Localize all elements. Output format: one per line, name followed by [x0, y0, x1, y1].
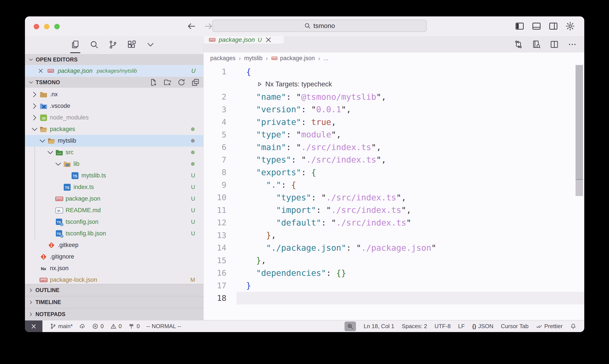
chevron-down-icon[interactable]	[54, 160, 63, 169]
statusbar-remote-indicator[interactable]	[25, 321, 42, 332]
refresh-icon[interactable]	[177, 78, 185, 86]
activity-files[interactable]	[70, 36, 81, 53]
back-arrow-icon[interactable]	[187, 22, 196, 31]
tree-item-.gitkeep[interactable]: .gitkeep	[25, 239, 203, 251]
git-icon	[39, 252, 48, 261]
section-timeline[interactable]: TIMELINE	[25, 296, 203, 308]
statusbar-zoom-indicator[interactable]	[345, 322, 356, 331]
code-line-13[interactable]: 13 },	[204, 229, 584, 242]
section-notepads[interactable]: NOTEPADS	[25, 308, 203, 320]
tree-item-package-lock.json[interactable]: npmpackage-lock.jsonM	[25, 274, 203, 284]
codelens-run-target[interactable]: Nx Targets: typecheck	[256, 80, 332, 88]
tree-item-index.ts[interactable]: TSindex.tsU	[25, 181, 203, 193]
code-line-2[interactable]: 2 "name": "@tsmono/mytslib",	[204, 91, 584, 103]
code-line-4[interactable]: 4 "private": true,	[204, 116, 584, 129]
tree-item-nx.json[interactable]: Nxnx.json	[25, 262, 203, 274]
tree-item-mytslib[interactable]: mytslib	[25, 135, 203, 147]
activity-extensions[interactable]	[126, 36, 137, 53]
statusbar-notifications[interactable]	[570, 323, 576, 329]
close-window-button[interactable]	[34, 24, 39, 29]
chevron-down-icon[interactable]	[38, 136, 47, 145]
chevron-right-icon[interactable]	[30, 90, 39, 99]
minimize-window-button[interactable]	[44, 24, 50, 29]
open-editors-header[interactable]: OPEN EDITORS	[25, 54, 203, 65]
code-line-16[interactable]: 16 "dependencies": {}	[204, 267, 584, 279]
collapse-all-icon[interactable]	[191, 78, 199, 86]
close-icon[interactable]	[38, 68, 44, 74]
code-line-1[interactable]: 1{	[204, 65, 584, 78]
code-line-18[interactable]: 18	[204, 292, 584, 304]
breadcrumb-item[interactable]: packages	[210, 55, 236, 62]
code-line-9[interactable]: 9 ".": {	[204, 179, 584, 191]
tree-item-.nx[interactable]: .nx	[25, 89, 203, 100]
new-folder-icon[interactable]	[163, 78, 171, 86]
activity-search[interactable]	[89, 36, 100, 53]
command-center-search[interactable]: tsmono	[212, 20, 427, 32]
layout-sidebar-left-icon[interactable]	[515, 21, 525, 31]
statusbar-cursor-tab[interactable]: Cursor Tab	[501, 323, 529, 330]
code-line-6[interactable]: 6 "main": "./src/index.ts",	[204, 141, 584, 154]
tab-package.json[interactable]: npmpackage.jsonU	[204, 36, 284, 43]
statusbar-indentation[interactable]: Spaces: 2	[402, 323, 427, 330]
code-line-15[interactable]: 15 },	[204, 254, 584, 267]
new-file-icon[interactable]	[149, 78, 157, 86]
code-editor[interactable]: 1{Nx Targets: typecheck2 "name": "@tsmon…	[204, 64, 584, 320]
tree-item-packages[interactable]: packages	[25, 123, 203, 135]
code-line-17[interactable]: 17}	[204, 279, 584, 292]
statusbar-git-branch[interactable]: main*	[50, 323, 73, 330]
tree-item-node_modules[interactable]: JSnode_modules	[25, 112, 203, 123]
tree-item-mytslib.ts[interactable]: TSmytslib.tsU	[25, 170, 203, 181]
breadcrumb-item[interactable]: mytslib	[244, 55, 262, 62]
statusbar-eol[interactable]: LF	[458, 323, 465, 330]
section-outline[interactable]: OUTLINE	[25, 284, 203, 296]
statusbar-encoding[interactable]: UTF-8	[434, 323, 451, 330]
statusbar-ports[interactable]: 0	[128, 323, 140, 330]
split-editor-icon[interactable]	[550, 40, 559, 49]
statusbar-formatter[interactable]: Prettier	[536, 323, 563, 330]
code-line-5[interactable]: 5 "type": "module",	[204, 129, 584, 141]
statusbar-warnings[interactable]: 0	[110, 323, 122, 330]
statusbar-vim-mode[interactable]: -- NORMAL --	[146, 323, 181, 330]
compare-changes-icon[interactable]	[514, 40, 523, 49]
activity-chevron-down[interactable]	[145, 36, 156, 53]
code-line-7[interactable]: 7 "types": "./src/index.ts",	[204, 154, 584, 166]
close-icon[interactable]	[265, 36, 272, 43]
explorer-section-header[interactable]: TSMONO	[25, 77, 203, 88]
statusbar-publish[interactable]	[79, 323, 86, 329]
statusbar-errors[interactable]: 0	[92, 323, 104, 330]
tree-item-lib[interactable]: lib	[25, 158, 203, 170]
tree-item-tsconfig.json[interactable]: TStsconfig.jsonU	[25, 216, 203, 228]
breadcrumb-item[interactable]: npmpackage.json	[271, 55, 315, 62]
layout-sidebar-right-icon[interactable]	[548, 21, 558, 31]
code-line-14[interactable]: 14 "./package.json": "./package.json"	[204, 242, 584, 254]
code-line-12[interactable]: 12 "default": "./src/index.ts"	[204, 216, 584, 229]
gear-icon[interactable]	[565, 21, 575, 31]
statusbar-cursor-position[interactable]: Ln 18, Col 1	[364, 323, 394, 330]
more-actions-icon[interactable]	[568, 40, 577, 49]
zoom-window-button[interactable]	[54, 24, 60, 29]
line-content: "type": "module",	[236, 129, 584, 141]
chevron-right-icon[interactable]	[30, 113, 39, 122]
tree-item-.gitignore[interactable]: .gitignore	[25, 251, 203, 262]
chevron-down-icon[interactable]	[30, 125, 39, 134]
forward-arrow-icon[interactable]	[204, 22, 213, 31]
activity-source-control[interactable]	[107, 36, 118, 53]
tree-item-tsconfig.lib.json[interactable]: TStsconfig.lib.jsonU	[25, 228, 203, 239]
editor-scrollbar[interactable]	[576, 64, 583, 196]
tree-item-README.md[interactable]: M↓README.mdU	[25, 205, 203, 216]
code-line-3[interactable]: 3 "version": "0.0.1",	[204, 103, 584, 116]
open-preview-icon[interactable]	[532, 40, 541, 49]
code-line-10[interactable]: 10 "types": "./src/index.ts",	[204, 191, 584, 204]
tree-item-.vscode[interactable]: .vscode	[25, 100, 203, 112]
chevron-down-icon[interactable]	[46, 148, 55, 157]
statusbar-language-mode[interactable]: {}JSON	[472, 323, 493, 330]
layout-panel-bottom-icon[interactable]	[531, 21, 541, 31]
tree-item-src[interactable]: </>src	[25, 147, 203, 158]
code-line-11[interactable]: 11 "import": "./src/index.ts",	[204, 204, 584, 217]
breadcrumb-item[interactable]: ...	[324, 55, 329, 62]
chevron-right-icon[interactable]	[30, 102, 39, 110]
tree-item-package.json[interactable]: npmpackage.jsonU	[25, 193, 203, 205]
open-editor-item[interactable]: npmpackage.jsonpackages/mytslibU	[25, 65, 203, 77]
scrollbar-slider[interactable]	[576, 65, 583, 179]
code-line-8[interactable]: 8 "exports": {	[204, 166, 584, 179]
